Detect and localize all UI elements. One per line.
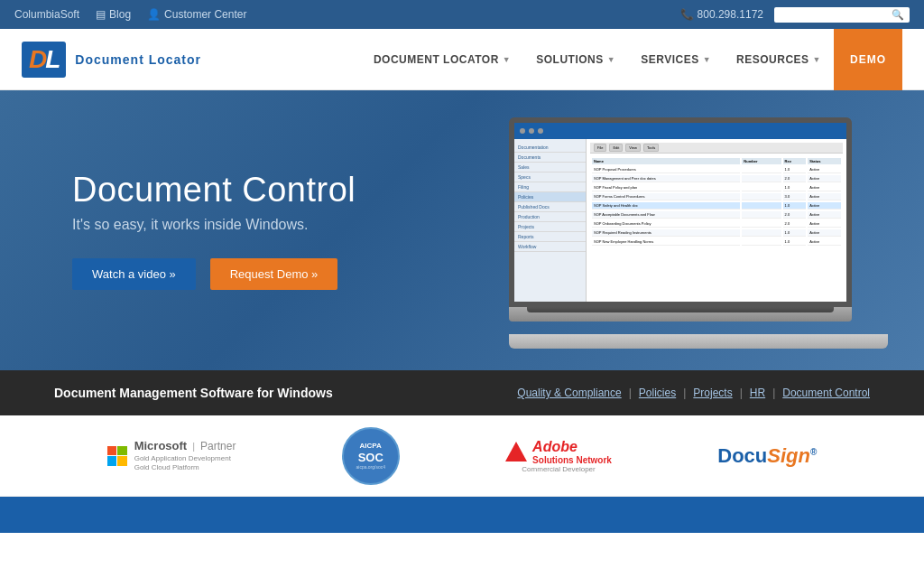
hero-buttons: Watch a video » Request Demo » <box>72 258 356 290</box>
screen-toolbar: File Edit View Tools <box>590 143 843 154</box>
separator-1: | <box>629 387 632 399</box>
screen-titlebar <box>514 123 846 139</box>
document-table: Name Number Rev Status SOP Proposal Proc… <box>590 156 843 247</box>
sidebar-folder-8: Production <box>514 212 586 222</box>
sidebar-folder-7: Published Docs <box>514 202 586 212</box>
sidebar-folder-6: Policies <box>514 192 586 202</box>
ms-grid-blue <box>107 456 117 466</box>
adobe-brand: Adobe <box>532 439 612 455</box>
partner-label: Partner <box>200 440 236 452</box>
table-row: SOP Management and Peer doc dates2.0Acti… <box>592 175 841 182</box>
table-row: SOP Acceptable Documents and Flow2.0Acti… <box>592 211 841 219</box>
footer-link-hr[interactable]: HR <box>750 387 765 399</box>
nav-resources[interactable]: RESOURCES ▼ <box>724 46 834 73</box>
phone-icon: 📞 <box>680 8 694 21</box>
adobe-network: Solutions Network <box>532 455 612 465</box>
col-number: Number <box>742 158 781 164</box>
soc-text: SOC <box>358 451 383 464</box>
sidebar-folder-1: Documentation <box>514 143 586 153</box>
customer-center-label: Customer Center <box>164 8 246 21</box>
table-row: SOP Proposal Procedures1.0Active <box>592 166 841 173</box>
rss-icon: ▤ <box>96 8 106 21</box>
sidebar-folder-11: Workflow <box>514 242 586 252</box>
table-row-highlighted: SOP Safety and Health doc1.0Active <box>592 202 841 210</box>
laptop-body: Documentation Documents Sales Specs Fili… <box>509 117 852 334</box>
toolbar-btn-1: File <box>594 144 606 152</box>
screen-inner: Documentation Documents Sales Specs Fili… <box>514 123 846 302</box>
nav-services[interactable]: SERVICES ▼ <box>628 46 724 73</box>
microsoft-partner: Microsoft | Partner Gold Application Dev… <box>107 439 236 473</box>
col-name: Name <box>592 158 740 164</box>
hero-section: Document Control It's so easy, it works … <box>0 90 924 370</box>
top-bar: ColumbiaSoft ▤ Blog 👤 Customer Center 📞 … <box>0 0 924 29</box>
screen-dot-1 <box>520 128 525 134</box>
sidebar-folder-2: Documents <box>514 153 586 163</box>
nav-document-locator[interactable]: DOCUMENT LOCATOR ▼ <box>361 46 523 73</box>
separator-4: | <box>772 387 775 399</box>
user-icon: 👤 <box>147 8 161 21</box>
ms-grid-red <box>107 446 117 456</box>
laptop-keyboard <box>527 307 834 312</box>
nav-bar: DL Document Locator DOCUMENT LOCATOR ▼ S… <box>0 29 924 90</box>
chevron-down-icon: ▼ <box>607 55 615 64</box>
toolbar-btn-4: Tools <box>643 144 659 152</box>
screen-main: File Edit View Tools Name Number <box>587 139 846 302</box>
toolbar-btn-2: Edit <box>609 144 623 152</box>
separator-3: | <box>740 387 743 399</box>
ms-grid-green <box>117 446 127 456</box>
partners-bar: Microsoft | Partner Gold Application Dev… <box>0 415 924 497</box>
screen-content: Documentation Documents Sales Specs Fili… <box>514 139 846 302</box>
blog-link[interactable]: ▤ Blog <box>96 8 131 21</box>
aicpa-sub: aicpa.org/soc4 <box>356 464 385 470</box>
footer-links: Quality & Compliance | Policies | Projec… <box>517 387 870 399</box>
request-demo-button[interactable]: Request Demo » <box>210 258 338 290</box>
footer-bar: Document Management Software for Windows… <box>0 370 924 415</box>
ms-text-block: Microsoft | Partner Gold Application Dev… <box>134 439 236 473</box>
sidebar-folder-3: Sales <box>514 163 586 172</box>
watch-video-button[interactable]: Watch a video » <box>72 258 196 290</box>
adobe-triangle-icon <box>505 442 527 461</box>
laptop-screen: Documentation Documents Sales Specs Fili… <box>509 117 852 307</box>
logo-icon: DL <box>22 42 66 78</box>
bottom-blue-bar <box>0 497 924 533</box>
phone-number: 📞 800.298.1172 <box>680 8 763 21</box>
footer-link-policies[interactable]: Policies <box>639 387 676 399</box>
footer-link-document-control[interactable]: Document Control <box>782 387 870 399</box>
search-icon[interactable]: 🔍 <box>892 9 904 21</box>
adobe-top: Adobe Solutions Network <box>505 439 612 465</box>
docusign-partner: DocuSign® <box>717 444 817 468</box>
laptop-base <box>509 307 852 322</box>
aicpa-partner: AICPA SOC aicpa.org/soc4 <box>342 427 400 485</box>
screen-dot-3 <box>538 128 543 134</box>
col-rev: Rev <box>783 158 807 164</box>
laptop-illustration: Documentation Documents Sales Specs Fili… <box>509 117 888 370</box>
ms-grid-yellow <box>117 456 127 466</box>
footer-link-quality[interactable]: Quality & Compliance <box>517 387 621 399</box>
logo-text: Document Locator <box>75 52 201 67</box>
nav-solutions[interactable]: SOLUTIONS ▼ <box>523 46 628 73</box>
table-row: SOP Fiscal Policy and plan1.0Active <box>592 184 841 191</box>
adobe-logo: Adobe Solutions Network Commercial Devel… <box>505 439 612 473</box>
screen-dot-2 <box>529 128 534 134</box>
sidebar-folder-9: Projects <box>514 222 586 232</box>
table-row: SOP New Employee Handling Norms1.0Active <box>592 238 841 246</box>
chevron-down-icon: ▼ <box>813 55 821 64</box>
separator-2: | <box>683 387 686 399</box>
adobe-partner: Adobe Solutions Network Commercial Devel… <box>505 439 612 473</box>
hero-content: Document Control It's so easy, it works … <box>0 171 356 290</box>
aicpa-text: AICPA <box>360 442 382 451</box>
table-row: SOP Onboarding Documents Policy2.0Active <box>592 220 841 228</box>
screen-sidebar: Documentation Documents Sales Specs Fili… <box>514 139 587 302</box>
ms-subtitle-1: Gold Application Development Gold Cloud … <box>134 454 236 473</box>
demo-button[interactable]: DEMO <box>834 29 902 90</box>
footer-link-projects[interactable]: Projects <box>693 387 732 399</box>
laptop-stand <box>509 334 888 349</box>
customer-center-link[interactable]: 👤 Customer Center <box>147 8 246 21</box>
search-input[interactable] <box>780 9 888 20</box>
adobe-text-block: Adobe Solutions Network <box>532 439 612 465</box>
microsoft-logo <box>107 446 127 466</box>
docusign-logo: DocuSign® <box>717 444 817 468</box>
logo-link[interactable]: DL Document Locator <box>22 42 201 78</box>
sidebar-folder-5: Filing <box>514 182 586 192</box>
brand-link[interactable]: ColumbiaSoft <box>14 8 79 21</box>
